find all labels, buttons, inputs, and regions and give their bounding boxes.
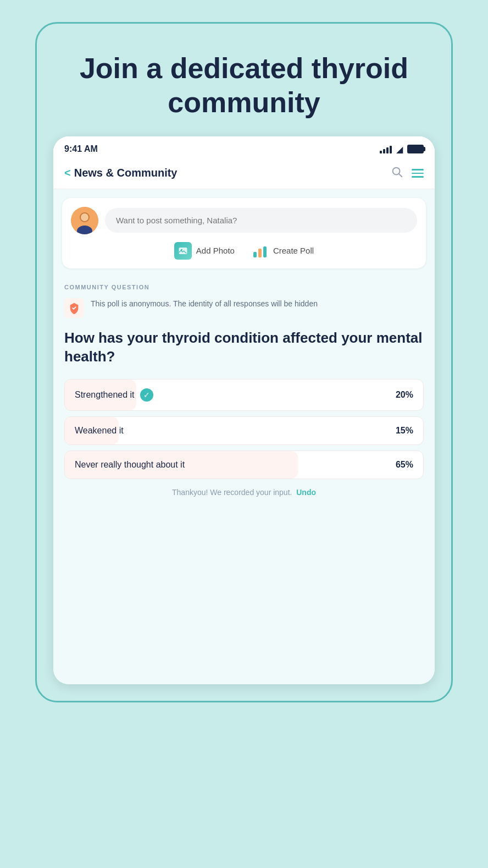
poll-option-1[interactable]: Strengthened it ✓ 20% (64, 379, 424, 411)
poll-option-2-label: Weakened it (75, 426, 124, 436)
poll-option-3-label: Never really thought about it (75, 460, 185, 470)
undo-button[interactable]: Undo (296, 488, 316, 497)
add-photo-icon (174, 242, 192, 260)
svg-line-1 (399, 174, 402, 177)
signal-icon (380, 145, 392, 153)
battery-icon (407, 145, 424, 153)
status-time: 9:41 AM (64, 144, 98, 154)
nav-title: News & Community (74, 167, 178, 179)
back-button[interactable]: < (64, 167, 71, 179)
avatar (71, 207, 98, 234)
post-input[interactable] (105, 208, 417, 233)
create-poll-button[interactable]: Create Poll (251, 242, 314, 260)
anonymous-text: This poll is anonymous. The identity of … (91, 298, 318, 310)
phone-frame: 9:41 AM ◢ < News & Community (53, 136, 435, 684)
thankyou-row: Thankyou! We recorded your input. Undo (64, 488, 424, 497)
nav-right (391, 166, 424, 181)
poll-option-3[interactable]: Never really thought about it 65% (64, 451, 424, 479)
hero-title: Join a dedicated thyroid community (37, 24, 451, 136)
status-bar: 9:41 AM ◢ (53, 136, 435, 160)
composer-top (71, 207, 417, 234)
outer-container: Join a dedicated thyroid community 9:41 … (35, 22, 453, 702)
create-poll-label: Create Poll (273, 246, 314, 255)
thankyou-text: Thankyou! We recorded your input. (172, 488, 292, 497)
menu-icon[interactable] (412, 169, 424, 178)
check-icon: ✓ (140, 388, 153, 402)
add-photo-button[interactable]: Add Photo (174, 242, 235, 260)
shield-icon (64, 298, 84, 318)
nav-left: < News & Community (64, 167, 178, 179)
poll-option-1-label: Strengthened it ✓ (75, 388, 153, 402)
status-icons: ◢ (380, 144, 424, 155)
poll-option-1-pct: 20% (396, 390, 413, 400)
svg-point-5 (81, 213, 88, 221)
composer-actions: Add Photo Create Poll (71, 242, 417, 260)
phone-content: Add Photo Create Poll (53, 189, 435, 684)
create-poll-icon (251, 242, 269, 260)
anonymous-notice: This poll is anonymous. The identity of … (64, 298, 424, 318)
composer-card: Add Photo Create Poll (62, 198, 426, 268)
svg-rect-10 (263, 246, 267, 257)
section-label: COMMUNITY QUESTION (64, 284, 424, 290)
poll-option-3-pct: 65% (396, 460, 413, 470)
search-icon[interactable] (391, 166, 403, 181)
nav-bar: < News & Community (53, 160, 435, 189)
community-question-section: COMMUNITY QUESTION This poll is anonymou… (62, 279, 426, 502)
wifi-icon: ◢ (396, 144, 403, 155)
add-photo-label: Add Photo (196, 246, 235, 255)
poll-question: How has your thyroid condition affected … (64, 329, 424, 366)
svg-rect-8 (253, 252, 257, 257)
poll-option-2-pct: 15% (396, 426, 413, 436)
poll-option-2[interactable]: Weakened it 15% (64, 416, 424, 445)
svg-rect-9 (258, 249, 262, 257)
